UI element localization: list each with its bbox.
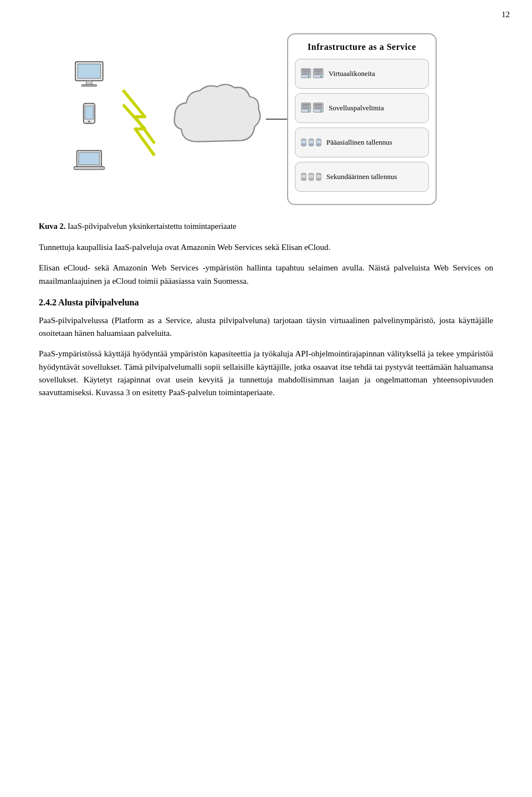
svg-point-39 [309,144,313,146]
iaas-box: Infrastructure as a Service [287,33,437,205]
app-servers-label: Sovelluspalvelimia [329,104,384,113]
svg-rect-8 [79,152,100,165]
body-paragraph-2: Elisan eCloud- sekä Amazonin Web Service… [39,262,493,288]
primary-storage-icon [301,132,322,152]
svg-rect-32 [314,108,323,109]
mobile-phone-icon [72,103,112,136]
svg-rect-13 [301,73,310,74]
secondary-storage-icon [301,167,322,187]
svg-rect-29 [314,104,323,105]
iaas-title: Infrastructure as a Service [295,42,429,52]
svg-rect-24 [301,105,310,106]
svg-rect-12 [301,71,310,72]
svg-rect-11 [301,69,310,70]
svg-rect-20 [314,74,323,75]
svg-point-51 [316,178,321,181]
svg-rect-25 [301,107,310,108]
svg-point-15 [308,76,309,77]
lightning-bolts-icon [117,80,167,158]
section-heading: 2.4.2 Alusta pilvipalveluna [39,298,493,308]
svg-point-36 [301,144,306,146]
svg-rect-31 [314,107,323,108]
svg-rect-3 [81,84,96,86]
figure-caption: Kuva 2. IaaS-pilvipalvelun yksinkertaist… [39,222,493,231]
iaas-row-primary-storage: Pääasiallinen tallennus [295,127,429,157]
diagram-connector [266,119,288,120]
figure-caption-bold: Kuva 2. [39,222,65,231]
svg-rect-26 [301,108,310,109]
desktop-computer-icon [72,59,112,93]
svg-point-27 [308,110,309,111]
secondary-storage-label: Sekundäärinen tallennus [326,172,397,181]
laptop-icon [72,146,112,179]
svg-rect-18 [314,71,323,72]
iaas-row-secondary-storage: Sekundäärinen tallennus [295,162,429,192]
svg-rect-19 [314,73,323,74]
svg-rect-17 [314,69,323,70]
figure-caption-text: IaaS-pilvipalvelun yksinkertaistettu toi… [65,222,236,231]
page-number: 12 [502,10,510,19]
svg-rect-1 [78,64,100,79]
svg-point-6 [88,120,90,122]
primary-storage-label: Pääasiallinen tallennus [326,138,392,147]
svg-point-33 [320,110,321,111]
svg-rect-30 [314,105,323,106]
iaas-row-app-servers: Sovelluspalvelimia [295,93,429,123]
virtual-machines-label: Virtuaalikoneita [329,69,375,78]
svg-rect-5 [85,106,93,119]
svg-point-48 [309,178,313,181]
section-paragraph-1: PaaS-pilvipalvelussa (Platform as a Serv… [39,314,493,340]
diagram-container: Infrastructure as a Service [39,33,493,205]
svg-rect-9 [74,167,104,170]
devices-column [72,59,112,179]
svg-point-42 [316,144,321,146]
section-paragraph-2: PaaS-ympäristössä käyttäjä hyödyntää ymp… [39,348,493,399]
app-server-icon [301,98,324,118]
svg-point-45 [301,178,306,181]
virtual-machine-icon [301,64,324,84]
body-paragraph-1: Tunnettuja kaupallisia IaaS-palveluja ov… [39,241,493,254]
cloud-icon [167,75,267,164]
svg-rect-23 [301,104,310,105]
svg-rect-2 [86,81,92,85]
svg-point-21 [320,76,321,77]
iaas-row-virtual-machines: Virtuaalikoneita [295,59,429,89]
svg-rect-14 [301,74,310,75]
